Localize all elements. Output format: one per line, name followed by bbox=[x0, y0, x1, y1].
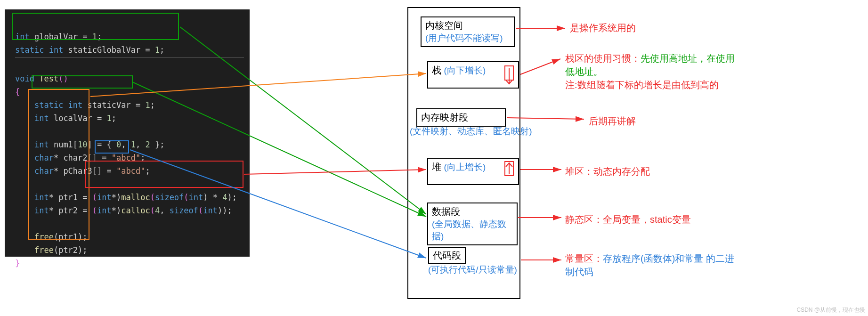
mem-stack-title: 栈 bbox=[432, 65, 441, 75]
mem-stack-sub: (向下增长) bbox=[444, 65, 486, 75]
arrow-malloc-to-heap bbox=[244, 170, 426, 174]
kw: int bbox=[15, 32, 30, 41]
watermark: CSDN @从前慢，现在也慢 bbox=[796, 306, 865, 314]
code-editor: int globalVar = 1; static int staticGlob… bbox=[5, 9, 250, 257]
mem-code-title: 代码段 bbox=[433, 250, 461, 260]
mem-heap-title: 堆 bbox=[432, 162, 441, 172]
mem-data-title: 数据段 bbox=[432, 206, 460, 217]
mem-kernel: 内核空间 (用户代码不能读写) bbox=[421, 16, 515, 47]
mem-kernel-sub: (用户代码不能读写) bbox=[425, 33, 503, 43]
anno-heap: 堆区：动态内存分配 bbox=[565, 165, 650, 178]
mem-code-wrap: 代码段 (可执行代码/只读常量) bbox=[427, 247, 517, 276]
mem-mmap-title: 内存映射段 bbox=[421, 112, 468, 122]
anno-stack: 栈区的使用习惯：先使用高地址，在使用低地址。 注:数组随着下标的增长是由低到高的 bbox=[565, 52, 739, 91]
arrow-stack-anno bbox=[520, 59, 560, 74]
anno-mmap: 后期再讲解 bbox=[589, 114, 636, 128]
mem-data-sub: (全局数据、静态数据) bbox=[432, 219, 506, 241]
mem-kernel-title: 内核空间 bbox=[425, 20, 463, 31]
anno-kernel: 是操作系统用的 bbox=[570, 21, 636, 34]
mem-heap: 堆 (向上增长) bbox=[427, 158, 519, 185]
anno-data: 静态区：全局变量，static变量 bbox=[565, 213, 691, 226]
mem-code-sub: (可执行代码/只读常量) bbox=[428, 265, 517, 275]
mem-stack: 栈 (向下增长) bbox=[427, 61, 519, 89]
mem-heap-sub: (向上增长) bbox=[444, 162, 486, 172]
anno-code: 常量区：存放程序(函数体)和常量 的二进制代码 bbox=[565, 252, 739, 278]
mem-mmap-sub: (文件映射、动态库、匿名映射) bbox=[410, 125, 546, 138]
mem-mmap-inner: 内存映射段 bbox=[416, 108, 506, 127]
mem-data: 数据段 (全局数据、静态数据) bbox=[427, 203, 518, 245]
